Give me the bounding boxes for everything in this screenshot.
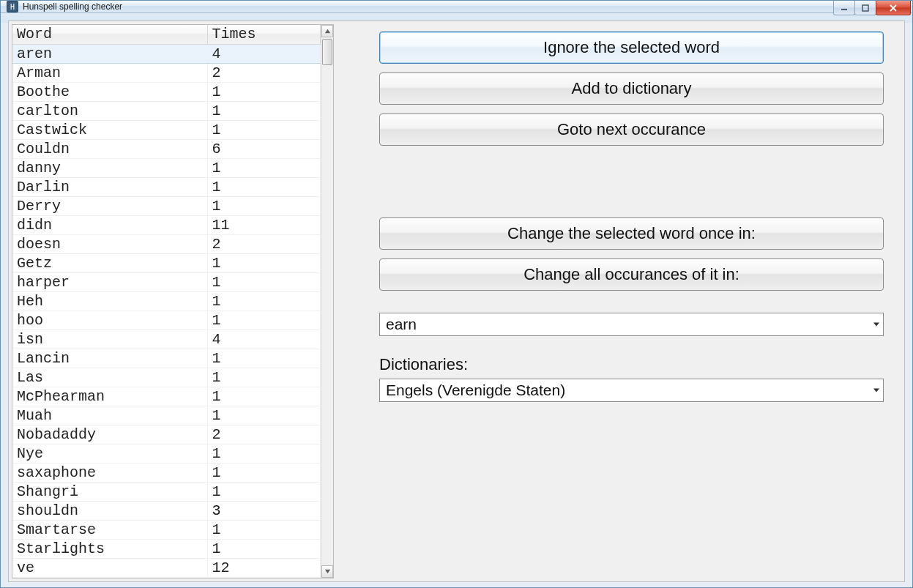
- cell-times: 12: [207, 558, 321, 577]
- close-button[interactable]: [876, 1, 911, 15]
- table-row[interactable]: Lancin1: [12, 349, 321, 368]
- table-row[interactable]: Derry1: [12, 196, 321, 215]
- titlebar[interactable]: H Hunspell spelling checker: [1, 1, 912, 13]
- scroll-thumb[interactable]: [322, 39, 332, 65]
- change-all-button-label: Change all occurances of it in:: [523, 265, 739, 284]
- svg-rect-0: [841, 9, 847, 10]
- cell-word: doesn: [12, 234, 207, 253]
- scroll-up-button[interactable]: [321, 25, 333, 37]
- cell-times: 1: [207, 368, 321, 387]
- dictionary-selected: Engels (Verenigde Staten): [386, 382, 565, 399]
- dropdown-arrow-icon: [873, 321, 880, 328]
- word-list-container: Word Times aren4Arman2Boothe1carlton1Cas…: [9, 21, 337, 581]
- cell-word: danny: [12, 158, 207, 177]
- cell-word: Derry: [12, 196, 207, 215]
- app-window: H Hunspell spelling checker: [0, 0, 913, 588]
- cell-times: 6: [207, 139, 321, 158]
- app-icon: H: [7, 1, 18, 12]
- cell-times: 11: [207, 215, 321, 234]
- cell-times: 1: [207, 101, 321, 120]
- table-row[interactable]: hoo1: [12, 310, 321, 330]
- suggestion-combo[interactable]: earn: [379, 313, 884, 336]
- cell-word: Darlin: [12, 177, 207, 196]
- dictionary-combo[interactable]: Engels (Verenigde Staten): [379, 379, 884, 402]
- cell-times: 1: [207, 444, 321, 463]
- cell-times: 1: [207, 310, 321, 330]
- cell-word: Shangri: [12, 482, 207, 501]
- cell-word: carlton: [12, 101, 207, 120]
- cell-times: 1: [207, 177, 321, 196]
- cell-word: McPhearman: [12, 387, 207, 406]
- cell-times: 4: [207, 330, 321, 349]
- table-row[interactable]: didn11: [12, 215, 321, 234]
- scroll-down-button[interactable]: [321, 565, 333, 578]
- cell-word: saxaphone: [12, 463, 207, 482]
- add-dictionary-button-label: Add to dictionary: [572, 79, 692, 98]
- table-row[interactable]: Castwick1: [12, 120, 321, 139]
- client-area: Word Times aren4Arman2Boothe1carlton1Cas…: [1, 13, 912, 588]
- table-row[interactable]: Couldn6: [12, 139, 321, 158]
- cell-times: 1: [207, 291, 321, 310]
- table-row[interactable]: Smartarse1: [12, 520, 321, 539]
- cell-times: 2: [207, 425, 321, 444]
- table-row[interactable]: Muah1: [12, 406, 321, 425]
- table-row[interactable]: Starlights1: [12, 539, 321, 558]
- scroll-track[interactable]: [321, 37, 333, 565]
- goto-next-button[interactable]: Goto next occurance: [379, 113, 884, 146]
- cell-word: Nobadaddy: [12, 425, 207, 444]
- cell-times: 1: [207, 387, 321, 406]
- maximize-button[interactable]: [854, 1, 876, 15]
- minimize-button[interactable]: [833, 1, 855, 15]
- cell-word: Castwick: [12, 120, 207, 139]
- table-row[interactable]: aren4: [12, 44, 321, 63]
- table-row[interactable]: shouldn3: [12, 501, 321, 520]
- table-row[interactable]: Las1: [12, 368, 321, 387]
- dictionaries-label: Dictionaries:: [379, 355, 884, 374]
- change-once-button-label: Change the selected word once in:: [507, 224, 756, 243]
- table-row[interactable]: Nobadaddy2: [12, 425, 321, 444]
- table-row[interactable]: ve12: [12, 558, 321, 577]
- table-row[interactable]: Darlin1: [12, 177, 321, 196]
- table-row[interactable]: danny1: [12, 158, 321, 177]
- cell-word: aren: [12, 44, 207, 63]
- col-header-times[interactable]: Times: [207, 25, 321, 44]
- ignore-button[interactable]: Ignore the selected word: [379, 31, 884, 64]
- table-row[interactable]: doesn2: [12, 234, 321, 253]
- cell-times: 1: [207, 406, 321, 425]
- main-panel: Word Times aren4Arman2Boothe1carlton1Cas…: [8, 21, 905, 582]
- cell-times: 1: [207, 463, 321, 482]
- table-row[interactable]: Shangri1: [12, 482, 321, 501]
- dropdown-arrow-icon: [873, 387, 880, 394]
- table-row[interactable]: carlton1: [12, 101, 321, 120]
- cell-times: 4: [207, 44, 321, 63]
- window-title: Hunspell spelling checker: [23, 1, 122, 12]
- table-row[interactable]: Heh1: [12, 291, 321, 310]
- cell-word: hoo: [12, 310, 207, 330]
- table-row[interactable]: isn4: [12, 330, 321, 349]
- table-row[interactable]: harper1: [12, 272, 321, 291]
- cell-word: harper: [12, 272, 207, 291]
- col-header-word[interactable]: Word: [12, 25, 207, 44]
- cell-word: Boothe: [12, 82, 207, 101]
- svg-rect-1: [862, 5, 868, 11]
- cell-word: Starlights: [12, 539, 207, 558]
- table-row[interactable]: Boothe1: [12, 82, 321, 101]
- table-row[interactable]: McPhearman1: [12, 387, 321, 406]
- table-row[interactable]: saxaphone1: [12, 463, 321, 482]
- table-row[interactable]: Getz1: [12, 253, 321, 272]
- vertical-scrollbar[interactable]: [321, 25, 333, 578]
- cell-times: 1: [207, 158, 321, 177]
- add-dictionary-button[interactable]: Add to dictionary: [379, 72, 884, 105]
- cell-word: Couldn: [12, 139, 207, 158]
- change-all-button[interactable]: Change all occurances of it in:: [379, 258, 884, 291]
- word-table: Word Times aren4Arman2Boothe1carlton1Cas…: [12, 25, 321, 578]
- ignore-button-label: Ignore the selected word: [543, 38, 720, 57]
- cell-word: Las: [12, 368, 207, 387]
- cell-word: ve: [12, 558, 207, 577]
- word-list[interactable]: Word Times aren4Arman2Boothe1carlton1Cas…: [12, 24, 334, 578]
- table-row[interactable]: Arman2: [12, 63, 321, 82]
- change-once-button[interactable]: Change the selected word once in:: [379, 217, 884, 250]
- cell-word: Smartarse: [12, 520, 207, 539]
- cell-times: 1: [207, 482, 321, 501]
- table-row[interactable]: Nye1: [12, 444, 321, 463]
